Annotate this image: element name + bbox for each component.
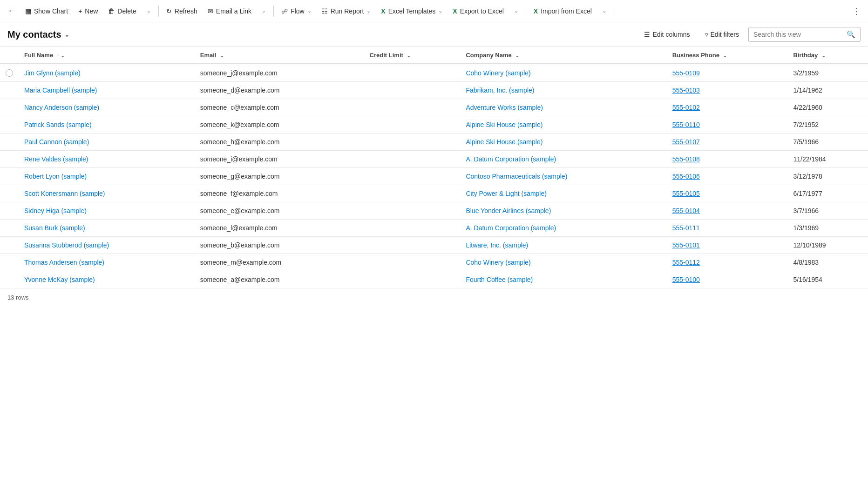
phone-link[interactable]: 555-0107	[672, 138, 700, 146]
full-name-cell[interactable]: Susanna Stubberod (sample)	[19, 237, 195, 254]
full-name-link[interactable]: Robert Lyon (sample)	[24, 173, 87, 180]
delete-button[interactable]: 🗑 Delete	[103, 5, 141, 18]
company-name-cell[interactable]: Blue Yonder Airlines (sample)	[460, 202, 666, 220]
col-header-company-name[interactable]: Company Name ⌄	[460, 47, 666, 64]
company-name-link[interactable]: A. Datum Corporation (sample)	[466, 155, 556, 163]
full-name-link[interactable]: Nancy Anderson (sample)	[24, 104, 99, 111]
company-name-cell[interactable]: Fabrikam, Inc. (sample)	[460, 82, 666, 99]
company-name-cell[interactable]: Coho Winery (sample)	[460, 254, 666, 271]
phone-link[interactable]: 555-0109	[672, 69, 700, 77]
col-header-credit-limit[interactable]: Credit Limit ⌄	[364, 47, 461, 64]
edit-columns-button[interactable]: ☰ Edit columns	[638, 28, 695, 41]
business-phone-cell[interactable]: 555-0101	[667, 237, 788, 254]
business-phone-cell[interactable]: 555-0102	[667, 99, 788, 116]
excel-templates-button[interactable]: X Excel Templates ⌄	[376, 5, 447, 18]
company-name-link[interactable]: Litware, Inc. (sample)	[466, 241, 528, 249]
company-name-link[interactable]: Adventure Works (sample)	[466, 104, 542, 111]
full-name-link[interactable]: Susanna Stubberod (sample)	[24, 241, 109, 249]
full-name-cell[interactable]: Rene Valdes (sample)	[19, 151, 195, 168]
phone-link[interactable]: 555-0105	[672, 190, 700, 197]
company-name-link[interactable]: City Power & Light (sample)	[466, 190, 547, 197]
export-chevron-button[interactable]: ⌄	[509, 5, 523, 17]
phone-link[interactable]: 555-0104	[672, 207, 700, 214]
run-report-button[interactable]: ☷ Run Report ⌄	[317, 5, 376, 18]
full-name-cell[interactable]: Patrick Sands (sample)	[19, 116, 195, 134]
business-phone-cell[interactable]: 555-0112	[667, 254, 788, 271]
import-from-excel-button[interactable]: X Import from Excel	[529, 5, 597, 18]
full-name-link[interactable]: Paul Cannon (sample)	[24, 138, 89, 146]
company-name-link[interactable]: Fabrikam, Inc. (sample)	[466, 87, 534, 94]
new-button[interactable]: + New	[74, 5, 102, 18]
full-name-link[interactable]: Maria Campbell (sample)	[24, 87, 97, 94]
phone-link[interactable]: 555-0108	[672, 155, 700, 163]
company-name-link[interactable]: Alpine Ski House (sample)	[466, 138, 542, 146]
refresh-button[interactable]: ↻ Refresh	[162, 5, 202, 18]
company-name-link[interactable]: Blue Yonder Airlines (sample)	[466, 207, 551, 214]
phone-link[interactable]: 555-0111	[672, 224, 700, 232]
company-name-link[interactable]: Contoso Pharmaceuticals (sample)	[466, 173, 567, 180]
row-checkbox[interactable]	[6, 69, 13, 77]
full-name-cell[interactable]: Yvonne McKay (sample)	[19, 271, 195, 288]
delete-chevron-button[interactable]: ⌄	[142, 5, 156, 17]
business-phone-cell[interactable]: 555-0104	[667, 202, 788, 220]
business-phone-cell[interactable]: 555-0110	[667, 116, 788, 134]
select-all-checkbox-header[interactable]	[0, 47, 19, 64]
company-name-link[interactable]: Coho Winery (sample)	[466, 69, 530, 77]
full-name-link[interactable]: Jim Glynn (sample)	[24, 69, 81, 77]
company-name-link[interactable]: Alpine Ski House (sample)	[466, 121, 542, 128]
col-header-birthday[interactable]: Birthday ⌄	[788, 47, 868, 64]
full-name-link[interactable]: Rene Valdes (sample)	[24, 155, 88, 163]
business-phone-cell[interactable]: 555-0103	[667, 82, 788, 99]
company-name-cell[interactable]: Litware, Inc. (sample)	[460, 237, 666, 254]
company-name-cell[interactable]: Coho Winery (sample)	[460, 64, 666, 82]
full-name-cell[interactable]: Thomas Andersen (sample)	[19, 254, 195, 271]
email-link-chevron-button[interactable]: ⌄	[257, 5, 271, 17]
company-name-cell[interactable]: Alpine Ski House (sample)	[460, 134, 666, 151]
col-header-email[interactable]: Email ⌄	[195, 47, 364, 64]
more-button[interactable]: ⋮	[848, 3, 864, 19]
full-name-cell[interactable]: Jim Glynn (sample)	[19, 64, 195, 82]
phone-link[interactable]: 555-0101	[672, 241, 700, 249]
company-name-cell[interactable]: A. Datum Corporation (sample)	[460, 151, 666, 168]
full-name-cell[interactable]: Robert Lyon (sample)	[19, 168, 195, 185]
full-name-link[interactable]: Thomas Andersen (sample)	[24, 259, 104, 266]
company-name-link[interactable]: Coho Winery (sample)	[466, 259, 530, 266]
full-name-link[interactable]: Scott Konersmann (sample)	[24, 190, 105, 197]
company-name-cell[interactable]: Adventure Works (sample)	[460, 99, 666, 116]
business-phone-cell[interactable]: 555-0107	[667, 134, 788, 151]
company-name-cell[interactable]: A. Datum Corporation (sample)	[460, 220, 666, 237]
view-title[interactable]: My contacts ⌄	[7, 29, 69, 40]
back-button[interactable]: ←	[4, 3, 20, 19]
full-name-cell[interactable]: Paul Cannon (sample)	[19, 134, 195, 151]
full-name-cell[interactable]: Maria Campbell (sample)	[19, 82, 195, 99]
col-header-full-name[interactable]: Full Name ↑ ⌄	[19, 47, 195, 64]
full-name-cell[interactable]: Nancy Anderson (sample)	[19, 99, 195, 116]
edit-filters-button[interactable]: ▿ Edit filters	[699, 28, 745, 41]
business-phone-cell[interactable]: 555-0109	[667, 64, 788, 82]
phone-link[interactable]: 555-0100	[672, 276, 700, 283]
col-header-business-phone[interactable]: Business Phone ⌄	[667, 47, 788, 64]
full-name-link[interactable]: Susan Burk (sample)	[24, 224, 85, 232]
import-chevron-button[interactable]: ⌄	[597, 5, 611, 17]
full-name-cell[interactable]: Scott Konersmann (sample)	[19, 185, 195, 202]
phone-link[interactable]: 555-0103	[672, 87, 700, 94]
full-name-cell[interactable]: Sidney Higa (sample)	[19, 202, 195, 220]
full-name-link[interactable]: Patrick Sands (sample)	[24, 121, 92, 128]
business-phone-cell[interactable]: 555-0108	[667, 151, 788, 168]
search-button[interactable]: 🔍	[842, 27, 860, 41]
business-phone-cell[interactable]: 555-0105	[667, 185, 788, 202]
email-link-button[interactable]: ✉ Email a Link	[203, 5, 256, 18]
flow-button[interactable]: ☍ Flow ⌄	[277, 5, 316, 18]
phone-link[interactable]: 555-0102	[672, 104, 700, 111]
company-name-link[interactable]: Fourth Coffee (sample)	[466, 276, 533, 283]
phone-link[interactable]: 555-0112	[672, 259, 700, 266]
full-name-link[interactable]: Sidney Higa (sample)	[24, 207, 87, 214]
company-name-cell[interactable]: Alpine Ski House (sample)	[460, 116, 666, 134]
show-chart-button[interactable]: ▦ Show Chart	[20, 5, 73, 18]
business-phone-cell[interactable]: 555-0100	[667, 271, 788, 288]
phone-link[interactable]: 555-0110	[672, 121, 700, 128]
business-phone-cell[interactable]: 555-0111	[667, 220, 788, 237]
export-to-excel-button[interactable]: X Export to Excel	[448, 5, 509, 18]
full-name-link[interactable]: Yvonne McKay (sample)	[24, 276, 95, 283]
company-name-link[interactable]: A. Datum Corporation (sample)	[466, 224, 556, 232]
